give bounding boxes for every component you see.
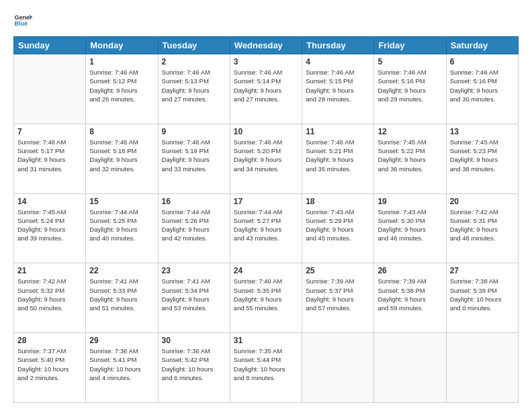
- day-number: 28: [17, 336, 82, 345]
- calendar-cell: 19Sunrise: 7:43 AMSunset: 5:30 PMDayligh…: [374, 193, 446, 263]
- day-info: Sunrise: 7:35 AMSunset: 5:44 PMDaylight:…: [234, 347, 298, 382]
- day-number: 2: [162, 57, 226, 66]
- calendar-cell: 27Sunrise: 7:38 AMSunset: 5:39 PMDayligh…: [446, 263, 518, 333]
- calendar-cell: 20Sunrise: 7:42 AMSunset: 5:31 PMDayligh…: [446, 193, 518, 263]
- day-info: Sunrise: 7:46 AMSunset: 5:17 PMDaylight:…: [17, 138, 82, 173]
- day-info: Sunrise: 7:42 AMSunset: 5:31 PMDaylight:…: [450, 208, 515, 243]
- day-info: Sunrise: 7:41 AMSunset: 5:34 PMDaylight:…: [162, 277, 226, 312]
- calendar-cell: 21Sunrise: 7:42 AMSunset: 5:32 PMDayligh…: [14, 263, 86, 333]
- weekday-header: Tuesday: [158, 37, 230, 54]
- day-info: Sunrise: 7:46 AMSunset: 5:12 PMDaylight:…: [89, 68, 154, 103]
- weekday-header: Wednesday: [230, 37, 302, 54]
- calendar-week-row: 21Sunrise: 7:42 AMSunset: 5:32 PMDayligh…: [14, 263, 519, 333]
- day-info: Sunrise: 7:39 AMSunset: 5:38 PMDaylight:…: [378, 277, 442, 312]
- day-number: 25: [306, 266, 370, 275]
- logo-icon: General Blue: [13, 11, 32, 30]
- calendar-cell: 24Sunrise: 7:40 AMSunset: 5:35 PMDayligh…: [230, 263, 302, 333]
- day-number: 11: [306, 127, 370, 136]
- day-number: 15: [89, 197, 154, 206]
- day-info: Sunrise: 7:46 AMSunset: 5:14 PMDaylight:…: [234, 68, 298, 103]
- day-info: Sunrise: 7:44 AMSunset: 5:26 PMDaylight:…: [162, 208, 226, 243]
- day-number: 12: [378, 127, 442, 136]
- day-number: 21: [17, 266, 82, 275]
- day-number: 16: [162, 197, 226, 206]
- calendar-week-row: 28Sunrise: 7:37 AMSunset: 5:40 PMDayligh…: [14, 333, 519, 403]
- calendar-cell: 2Sunrise: 7:46 AMSunset: 5:13 PMDaylight…: [158, 54, 230, 124]
- calendar-cell: [374, 333, 446, 403]
- day-info: Sunrise: 7:43 AMSunset: 5:29 PMDaylight:…: [306, 208, 370, 243]
- page: General Blue SundayMondayTuesdayWednesda…: [0, 0, 532, 411]
- calendar-cell: 1Sunrise: 7:46 AMSunset: 5:12 PMDaylight…: [86, 54, 158, 124]
- calendar-cell: 23Sunrise: 7:41 AMSunset: 5:34 PMDayligh…: [158, 263, 230, 333]
- day-info: Sunrise: 7:45 AMSunset: 5:22 PMDaylight:…: [378, 138, 442, 173]
- day-number: 17: [234, 197, 298, 206]
- calendar-week-row: 14Sunrise: 7:45 AMSunset: 5:24 PMDayligh…: [14, 193, 519, 263]
- day-info: Sunrise: 7:40 AMSunset: 5:35 PMDaylight:…: [234, 277, 298, 312]
- calendar-cell: 30Sunrise: 7:36 AMSunset: 5:42 PMDayligh…: [158, 333, 230, 403]
- day-number: 19: [378, 197, 442, 206]
- calendar-cell: 6Sunrise: 7:46 AMSunset: 5:16 PMDaylight…: [446, 54, 518, 124]
- calendar-cell: [14, 54, 86, 124]
- calendar-week-row: 1Sunrise: 7:46 AMSunset: 5:12 PMDaylight…: [14, 54, 519, 124]
- day-number: 22: [89, 266, 154, 275]
- day-number: 24: [234, 266, 298, 275]
- day-info: Sunrise: 7:46 AMSunset: 5:15 PMDaylight:…: [306, 68, 370, 103]
- calendar-cell: 26Sunrise: 7:39 AMSunset: 5:38 PMDayligh…: [374, 263, 446, 333]
- calendar-cell: 12Sunrise: 7:45 AMSunset: 5:22 PMDayligh…: [374, 124, 446, 193]
- day-number: 10: [234, 127, 298, 136]
- day-info: Sunrise: 7:44 AMSunset: 5:25 PMDaylight:…: [89, 208, 154, 243]
- day-number: 6: [450, 57, 515, 66]
- day-number: 5: [378, 57, 442, 66]
- day-info: Sunrise: 7:46 AMSunset: 5:16 PMDaylight:…: [450, 68, 515, 103]
- calendar-cell: 10Sunrise: 7:46 AMSunset: 5:20 PMDayligh…: [230, 124, 302, 193]
- day-number: 7: [17, 127, 82, 136]
- calendar-cell: 15Sunrise: 7:44 AMSunset: 5:25 PMDayligh…: [86, 193, 158, 263]
- day-number: 3: [234, 57, 298, 66]
- calendar-table: SundayMondayTuesdayWednesdayThursdayFrid…: [13, 36, 519, 403]
- day-number: 20: [450, 197, 515, 206]
- calendar-cell: 31Sunrise: 7:35 AMSunset: 5:44 PMDayligh…: [230, 333, 302, 403]
- calendar-week-row: 7Sunrise: 7:46 AMSunset: 5:17 PMDaylight…: [14, 124, 519, 193]
- logo: General Blue: [13, 11, 35, 30]
- day-info: Sunrise: 7:46 AMSunset: 5:19 PMDaylight:…: [162, 138, 226, 173]
- weekday-header: Monday: [86, 37, 158, 54]
- calendar-cell: 9Sunrise: 7:46 AMSunset: 5:19 PMDaylight…: [158, 124, 230, 193]
- day-number: 18: [306, 197, 370, 206]
- calendar-cell: 14Sunrise: 7:45 AMSunset: 5:24 PMDayligh…: [14, 193, 86, 263]
- calendar-cell: 8Sunrise: 7:46 AMSunset: 5:18 PMDaylight…: [86, 124, 158, 193]
- day-info: Sunrise: 7:39 AMSunset: 5:37 PMDaylight:…: [306, 277, 370, 312]
- day-info: Sunrise: 7:46 AMSunset: 5:20 PMDaylight:…: [234, 138, 298, 173]
- day-info: Sunrise: 7:46 AMSunset: 5:13 PMDaylight:…: [162, 68, 226, 103]
- day-info: Sunrise: 7:41 AMSunset: 5:33 PMDaylight:…: [89, 277, 154, 312]
- header: General Blue: [13, 11, 519, 30]
- calendar-header-row: SundayMondayTuesdayWednesdayThursdayFrid…: [14, 37, 519, 54]
- calendar-cell: 7Sunrise: 7:46 AMSunset: 5:17 PMDaylight…: [14, 124, 86, 193]
- weekday-header: Sunday: [14, 37, 86, 54]
- calendar-cell: 28Sunrise: 7:37 AMSunset: 5:40 PMDayligh…: [14, 333, 86, 403]
- calendar-cell: 25Sunrise: 7:39 AMSunset: 5:37 PMDayligh…: [302, 263, 374, 333]
- calendar-cell: 16Sunrise: 7:44 AMSunset: 5:26 PMDayligh…: [158, 193, 230, 263]
- day-info: Sunrise: 7:45 AMSunset: 5:24 PMDaylight:…: [17, 208, 82, 243]
- calendar-cell: 13Sunrise: 7:45 AMSunset: 5:23 PMDayligh…: [446, 124, 518, 193]
- calendar-cell: 5Sunrise: 7:46 AMSunset: 5:16 PMDaylight…: [374, 54, 446, 124]
- day-info: Sunrise: 7:36 AMSunset: 5:42 PMDaylight:…: [162, 347, 226, 382]
- calendar-cell: 11Sunrise: 7:46 AMSunset: 5:21 PMDayligh…: [302, 124, 374, 193]
- calendar-cell: 29Sunrise: 7:36 AMSunset: 5:41 PMDayligh…: [86, 333, 158, 403]
- svg-text:Blue: Blue: [14, 20, 28, 27]
- day-info: Sunrise: 7:42 AMSunset: 5:32 PMDaylight:…: [17, 277, 82, 312]
- day-number: 13: [450, 127, 515, 136]
- day-number: 27: [450, 266, 515, 275]
- day-number: 26: [378, 266, 442, 275]
- day-number: 14: [17, 197, 82, 206]
- day-info: Sunrise: 7:37 AMSunset: 5:40 PMDaylight:…: [17, 347, 82, 382]
- calendar-cell: 22Sunrise: 7:41 AMSunset: 5:33 PMDayligh…: [86, 263, 158, 333]
- calendar-cell: [302, 333, 374, 403]
- calendar-cell: 4Sunrise: 7:46 AMSunset: 5:15 PMDaylight…: [302, 54, 374, 124]
- calendar-cell: 17Sunrise: 7:44 AMSunset: 5:27 PMDayligh…: [230, 193, 302, 263]
- day-info: Sunrise: 7:36 AMSunset: 5:41 PMDaylight:…: [89, 347, 154, 382]
- day-info: Sunrise: 7:43 AMSunset: 5:30 PMDaylight:…: [378, 208, 442, 243]
- day-number: 9: [162, 127, 226, 136]
- weekday-header: Thursday: [302, 37, 374, 54]
- day-number: 8: [89, 127, 154, 136]
- day-info: Sunrise: 7:45 AMSunset: 5:23 PMDaylight:…: [450, 138, 515, 173]
